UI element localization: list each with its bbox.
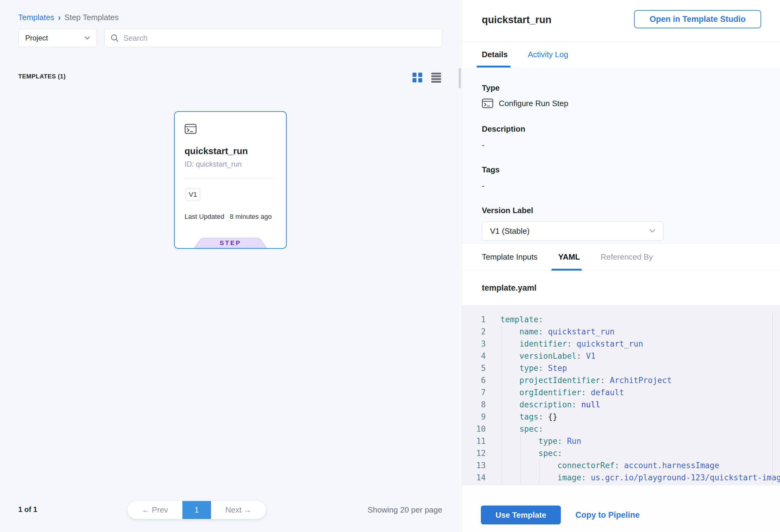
code-line: 7 orgIdentifier: default — [462, 386, 780, 398]
line-number: 14 — [462, 472, 486, 484]
code-line: 10 spec: — [462, 423, 780, 435]
last-updated-row: Last Updated 8 minutes ago — [185, 213, 272, 221]
tags-value: - — [482, 181, 780, 191]
template-card-title: quickstart_run — [185, 146, 248, 156]
code-line: 12 spec: — [462, 447, 780, 460]
version-badge: V1 — [185, 188, 200, 201]
result-count: 1 of 1 — [18, 505, 37, 514]
code-line: 2 name: quickstart_run — [462, 326, 780, 338]
line-number: 4 — [462, 350, 486, 362]
type-label: Type — [482, 83, 780, 93]
detail-tabbar: Details Activity Log — [462, 42, 780, 67]
templates-page: Templates › Step Templates Project TEMPL… — [0, 0, 780, 532]
step-type-ribbon: STEP — [194, 238, 267, 248]
line-number: 1 — [462, 313, 486, 326]
next-arrow-icon: → — [244, 505, 252, 514]
code-text: description: null — [486, 398, 600, 411]
yaml-tabbar: Template Inputs YAML Referenced By — [462, 243, 780, 271]
code-text: type: Run — [486, 435, 581, 447]
chevron-down-icon — [85, 37, 90, 40]
version-dropdown-value: V1 (Stable) — [490, 227, 530, 236]
type-value: Configure Run Step — [499, 99, 568, 108]
run-step-icon — [185, 123, 197, 135]
tab-yaml[interactable]: YAML — [558, 252, 580, 262]
next-page-button[interactable]: Next → — [211, 505, 266, 515]
description-value: - — [482, 140, 780, 150]
tab-details[interactable]: Details — [482, 50, 508, 59]
detail-title: quickstart_run — [482, 14, 551, 26]
breadcrumb: Templates › Step Templates — [18, 13, 119, 22]
list-scrollbar-thumb[interactable] — [459, 68, 461, 88]
code-line: 4 versionLabel: V1 — [462, 350, 780, 362]
code-text: tags: {} — [486, 411, 557, 423]
code-text: type: Step — [486, 362, 567, 374]
template-card[interactable]: quickstart_run ID: quickstart_run V1 Las… — [174, 111, 287, 249]
line-number: 5 — [462, 362, 486, 374]
grid-view-icon[interactable] — [411, 72, 422, 83]
run-step-icon — [482, 98, 493, 109]
template-detail-panel: quickstart_run Open in Template Studio D… — [462, 0, 780, 532]
open-in-template-studio-button[interactable]: Open in Template Studio — [634, 10, 761, 28]
card-divider — [185, 178, 277, 178]
use-template-button[interactable]: Use Template — [481, 505, 561, 524]
line-number: 7 — [462, 386, 486, 398]
current-page-button[interactable]: 1 — [182, 501, 211, 519]
line-number: 3 — [462, 338, 486, 350]
code-line: 5 type: Step — [462, 362, 780, 374]
code-line: 9 tags: {} — [462, 411, 780, 423]
detail-header: quickstart_run Open in Template Studio — [462, 0, 780, 42]
version-dropdown[interactable]: V1 (Stable) — [482, 221, 664, 241]
search-input[interactable] — [124, 34, 437, 43]
line-number: 9 — [462, 411, 486, 423]
scope-dropdown[interactable]: Project — [18, 29, 97, 47]
code-text: template: — [486, 313, 543, 326]
code-text: image: us.gcr.io/playground-123/quicksta… — [486, 472, 780, 484]
yaml-file-header: template.yaml — [462, 271, 780, 305]
yaml-editor[interactable]: 1template:2 name: quickstart_run3 identi… — [462, 305, 780, 485]
code-text: projectIdentifier: ArchitProject — [486, 374, 672, 386]
code-text: spec: — [486, 423, 543, 435]
tags-label: Tags — [482, 165, 780, 175]
view-toggle — [411, 72, 442, 83]
templates-count-label: TEMPLATES (1) — [18, 73, 66, 80]
search-icon — [110, 34, 119, 43]
next-label: Next — [225, 505, 241, 514]
chevron-down-icon — [649, 229, 655, 233]
code-text: spec: — [486, 447, 563, 460]
list-view-icon[interactable] — [431, 72, 442, 83]
code-text: orgIdentifier: default — [486, 386, 624, 398]
prev-label: Prev — [152, 505, 168, 514]
line-number: 11 — [462, 435, 486, 447]
code-line: 11 type: Run — [462, 435, 780, 447]
search-box — [104, 29, 442, 47]
code-line: 1template: — [462, 313, 780, 326]
code-text: versionLabel: V1 — [486, 350, 595, 362]
line-number: 8 — [462, 398, 486, 411]
prev-arrow-icon: ← — [142, 505, 150, 514]
breadcrumb-separator-icon: › — [58, 14, 61, 21]
yaml-file-name: template.yaml — [482, 283, 537, 293]
ribbon-label: STEP — [194, 239, 267, 247]
last-updated-value: 8 minutes ago — [230, 213, 272, 221]
code-text: identifier: quickstart_run — [486, 338, 643, 350]
code-line: 6 projectIdentifier: ArchitProject — [462, 374, 780, 386]
code-line: 8 description: null — [462, 398, 780, 411]
code-line: 13 connectorRef: account.harnessImage — [462, 460, 780, 472]
prev-page-button[interactable]: ← Prev — [127, 505, 182, 515]
line-number: 10 — [462, 423, 486, 435]
details-section: Type Configure Run Step Description - Ta… — [462, 67, 780, 243]
line-number: 2 — [462, 326, 486, 338]
yaml-code-lines: 1template:2 name: quickstart_run3 identi… — [462, 313, 780, 484]
tab-template-inputs[interactable]: Template Inputs — [482, 252, 538, 262]
breadcrumb-current: Step Templates — [64, 13, 119, 22]
per-page-label: Showing 20 per page — [368, 505, 442, 515]
tab-referenced-by[interactable]: Referenced By — [601, 252, 653, 262]
copy-to-pipeline-link[interactable]: Copy to Pipeline — [575, 505, 640, 524]
line-number: 12 — [462, 447, 486, 460]
tab-activity-log[interactable]: Activity Log — [528, 50, 568, 59]
indent-guide — [539, 460, 540, 485]
indent-guide — [501, 326, 502, 484]
breadcrumb-templates-link[interactable]: Templates — [18, 13, 54, 22]
line-number: 13 — [462, 460, 486, 472]
line-number: 6 — [462, 374, 486, 386]
